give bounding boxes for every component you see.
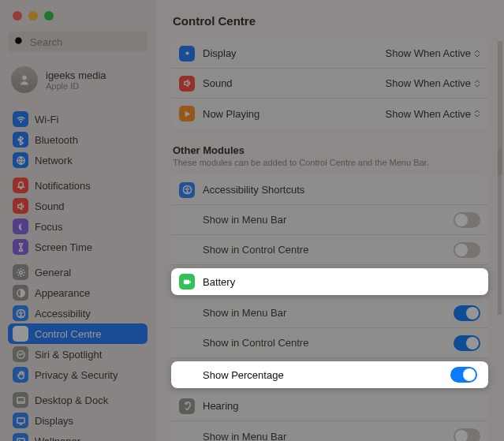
- hearing-show-menubar-row: Show in Menu Bar: [171, 421, 488, 441]
- sidebar-item-wi-fi[interactable]: Wi-Fi: [8, 109, 147, 129]
- sidebar-item-label: Focus: [35, 221, 62, 233]
- sidebar-item-label: Siri & Spotlight: [35, 349, 102, 361]
- module-battery: Battery: [171, 268, 488, 295]
- module-accessibility-shortcuts: Accessibility Shortcuts: [171, 175, 488, 205]
- module-hearing: Hearing: [171, 391, 488, 421]
- accessibility-show-in-menu-bar-row: Show in Menu Bar: [171, 205, 488, 235]
- module-value-select[interactable]: Show When Active: [386, 77, 480, 89]
- apple-id-account-row[interactable]: igeeks media Apple ID: [8, 60, 147, 104]
- sidebar-item-privacy-security[interactable]: Privacy & Security: [8, 364, 147, 385]
- sidebar-item-label: Wi-Fi: [35, 114, 58, 125]
- sidebar-item-label: Wallpaper: [35, 435, 80, 442]
- sidebar-item-label: Sound: [35, 200, 65, 212]
- option-label: Show in Menu Bar: [179, 431, 454, 442]
- sidebar-item-label: Control Centre: [35, 328, 102, 340]
- option-label: Show in Menu Bar: [179, 214, 454, 226]
- module-label: Sound: [203, 77, 386, 89]
- battery-show-cc-toggle[interactable]: [454, 335, 480, 351]
- module-now-playing: Now Playing Show When Active: [171, 99, 488, 129]
- content-scroll[interactable]: Display Show When Active Sound Show When…: [155, 39, 504, 441]
- sidebar-item-label: Appearance: [35, 287, 90, 299]
- search-icon: [13, 36, 25, 47]
- titlebar: Control Centre: [155, 0, 504, 39]
- battery-show-percentage-toggle[interactable]: [450, 367, 477, 383]
- avatar: [11, 66, 38, 93]
- module-label: Hearing: [203, 400, 480, 412]
- hourglass-icon: [13, 239, 28, 255]
- module-value-select[interactable]: Show When Active: [386, 108, 480, 120]
- sidebar-item-desktop-dock[interactable]: Desktop & Dock: [8, 390, 147, 410]
- sidebar-item-siri-spotlight[interactable]: Siri & Spotlight: [8, 344, 147, 364]
- sidebar-item-screen-time[interactable]: Screen Time: [8, 237, 147, 257]
- module-value: Show When Active: [386, 108, 471, 120]
- battery-show-cc-row: Show in Control Centre: [171, 328, 488, 358]
- battery-show-menubar-row: Show in Menu Bar: [171, 298, 488, 328]
- battery-show-menubar-toggle[interactable]: [454, 305, 480, 321]
- option-label: Show Percentage: [179, 369, 450, 381]
- dock-icon: [13, 392, 28, 408]
- sun-icon: [179, 46, 195, 62]
- settings-window: igeeks media Apple ID Wi-FiBluetoothNetw…: [0, 0, 504, 441]
- gear-icon: [13, 264, 28, 280]
- other-modules-heading: Other Modules: [173, 144, 488, 156]
- battery-show-percentage-row: Show Percentage: [171, 361, 488, 388]
- appearance-icon: [13, 285, 28, 301]
- sidebar-item-wallpaper[interactable]: Wallpaper: [8, 431, 147, 441]
- account-sub: Apple ID: [46, 81, 106, 91]
- sidebar-item-label: Privacy & Security: [35, 369, 118, 381]
- bell-icon: [13, 178, 28, 193]
- sidebar: igeeks media Apple ID Wi-FiBluetoothNetw…: [0, 0, 155, 441]
- sidebar-item-label: General: [35, 267, 71, 278]
- hand-icon: [13, 367, 28, 383]
- wifi-icon: [13, 111, 28, 127]
- module-value: Show When Active: [386, 77, 471, 89]
- sidebar-item-label: Accessibility: [35, 308, 91, 320]
- accessibility-icon: [179, 182, 195, 198]
- play-icon: [179, 106, 195, 121]
- module-label: Accessibility Shortcuts: [203, 184, 480, 196]
- speaker-icon: [179, 76, 195, 92]
- switches-icon: [13, 326, 28, 342]
- minimise-window-button[interactable]: [28, 11, 38, 21]
- zoom-window-button[interactable]: [44, 11, 54, 21]
- moon-icon: [13, 219, 28, 234]
- account-name: igeeks media: [46, 69, 106, 81]
- module-sound: Sound Show When Active: [171, 69, 488, 99]
- sidebar-item-label: Desktop & Dock: [35, 394, 108, 406]
- sidebar-item-notifications[interactable]: Notifications: [8, 175, 147, 196]
- page-title: Control Centre: [173, 14, 487, 28]
- sidebar-item-label: Displays: [35, 415, 73, 427]
- sidebar-item-label: Notifications: [35, 180, 91, 192]
- search-input[interactable]: [8, 32, 147, 52]
- other-modules-sub: These modules can be added to Control Ce…: [173, 158, 488, 167]
- sidebar-item-accessibility[interactable]: Accessibility: [8, 303, 147, 323]
- scrollbar[interactable]: [498, 149, 502, 315]
- accessibility-show-in-control-centre-row: Show in Control Centre: [171, 235, 488, 265]
- sidebar-item-bluetooth[interactable]: Bluetooth: [8, 129, 147, 150]
- sidebar-item-label: Bluetooth: [35, 134, 78, 146]
- toggle[interactable]: [454, 242, 480, 258]
- module-label: Now Playing: [203, 108, 386, 120]
- option-label: Show in Control Centre: [179, 337, 454, 349]
- ear-icon: [179, 398, 195, 414]
- module-label: Battery: [203, 276, 480, 288]
- sidebar-item-network[interactable]: Network: [8, 150, 147, 170]
- sidebar-item-sound[interactable]: Sound: [8, 196, 147, 216]
- hearing-show-menubar-toggle[interactable]: [454, 428, 480, 441]
- sidebar-item-displays[interactable]: Displays: [8, 410, 147, 431]
- chevron-updown-icon: [474, 79, 480, 88]
- chevron-updown-icon: [474, 109, 480, 118]
- bluetooth-icon: [13, 132, 28, 148]
- toggle[interactable]: [454, 212, 480, 228]
- module-value-select[interactable]: Show When Active: [386, 47, 480, 59]
- sidebar-item-appearance[interactable]: Appearance: [8, 282, 147, 303]
- close-window-button[interactable]: [13, 11, 22, 21]
- displays-icon: [13, 413, 28, 428]
- chevron-updown-icon: [474, 49, 480, 58]
- module-value: Show When Active: [386, 47, 471, 59]
- option-label: Show in Control Centre: [179, 244, 454, 256]
- sidebar-item-focus[interactable]: Focus: [8, 216, 147, 237]
- wallpaper-icon: [13, 433, 28, 441]
- sidebar-item-control-centre[interactable]: Control Centre: [8, 323, 147, 344]
- sidebar-item-general[interactable]: General: [8, 262, 147, 282]
